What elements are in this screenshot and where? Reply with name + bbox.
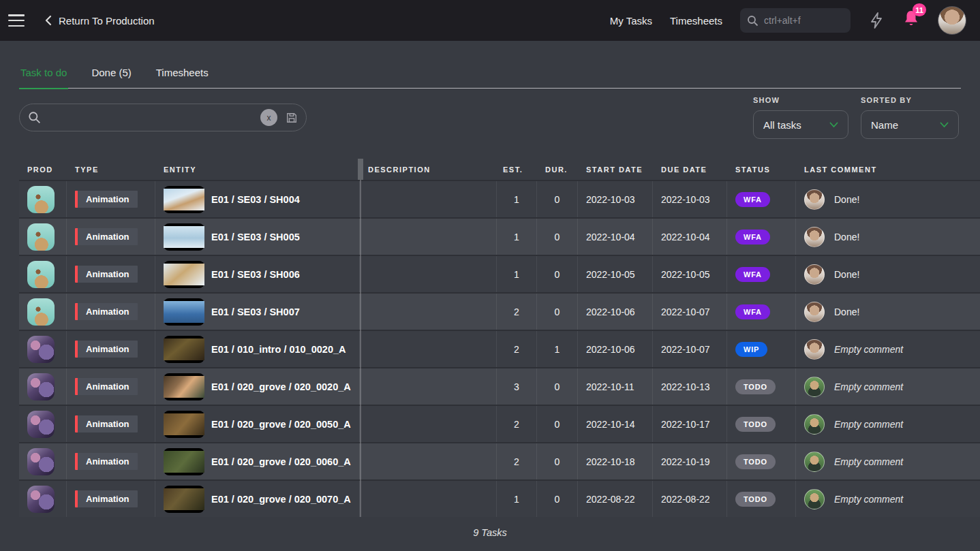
chevron-left-icon — [44, 15, 53, 26]
due-date-value: 2022-10-05 — [653, 256, 727, 292]
production-avatar — [27, 411, 55, 438]
estimation-value: 2 — [497, 294, 537, 330]
estimation-value: 1 — [497, 181, 537, 217]
table-row[interactable]: Animation E01 / SE03 / SH006 1 0 2022-10… — [19, 255, 980, 292]
entity-name[interactable]: E01 / SE03 / SH004 — [211, 194, 300, 205]
entity-thumbnail — [164, 336, 204, 363]
task-filter-search[interactable]: x — [19, 104, 307, 131]
task-type-badge: Animation — [75, 415, 138, 432]
commenter-avatar — [804, 489, 825, 509]
comment-text: Empty comment — [834, 419, 903, 430]
table-row[interactable]: Animation E01 / SE03 / SH004 1 0 2022-10… — [19, 180, 980, 217]
comment-text: Done! — [834, 306, 859, 317]
entity-thumbnail — [164, 186, 204, 213]
description-cell — [360, 443, 497, 479]
status-badge[interactable]: TODO — [735, 492, 776, 507]
col-header-prod: PROD — [19, 166, 67, 174]
production-avatar — [27, 223, 55, 251]
production-avatar — [27, 486, 55, 513]
table-row[interactable]: Animation E01 / 020_grove / 020_0070_A 1… — [19, 479, 980, 517]
tab-done[interactable]: Done (5) — [90, 60, 132, 88]
entity-name[interactable]: E01 / 020_grove / 020_0050_A — [211, 419, 351, 430]
table-row[interactable]: Animation E01 / SE03 / SH005 1 0 2022-10… — [19, 217, 980, 255]
task-filter-input[interactable] — [46, 112, 255, 123]
table-row[interactable]: Animation E01 / 020_grove / 020_0020_A 3… — [19, 367, 980, 405]
description-cell — [360, 256, 497, 292]
estimation-value: 2 — [497, 331, 537, 367]
description-cell — [360, 294, 497, 330]
entity-name[interactable]: E01 / 020_grove / 020_0070_A — [211, 494, 351, 505]
comment-text: Done! — [834, 269, 859, 280]
task-type-badge: Animation — [75, 490, 138, 507]
timesheets-link[interactable]: Timesheets — [670, 15, 722, 27]
task-type-badge: Animation — [75, 378, 138, 395]
table-row[interactable]: Animation E01 / SE03 / SH007 2 0 2022-10… — [19, 292, 980, 330]
commenter-avatar — [804, 414, 825, 435]
table-row[interactable]: Animation E01 / 020_grove / 020_0060_A 2… — [19, 442, 980, 479]
entity-name[interactable]: E01 / SE03 / SH006 — [211, 269, 300, 280]
save-search-button[interactable] — [286, 112, 298, 124]
status-badge[interactable]: WFA — [735, 192, 770, 207]
task-type-badge: Animation — [75, 191, 138, 208]
commenter-avatar — [804, 302, 825, 322]
status-badge[interactable]: WFA — [735, 304, 770, 319]
topbar: Return To Production My Tasks Timesheets… — [0, 0, 980, 41]
status-badge[interactable]: TODO — [735, 379, 776, 394]
status-badge[interactable]: TODO — [735, 417, 776, 432]
global-search[interactable] — [740, 8, 851, 33]
table-row[interactable]: Animation E01 / 020_grove / 020_0050_A 2… — [19, 405, 980, 442]
due-date-value: 2022-10-17 — [653, 406, 727, 442]
tab-task-to-do[interactable]: Task to do — [19, 60, 68, 88]
task-type-badge: Animation — [75, 228, 138, 245]
status-badge[interactable]: WFA — [735, 230, 770, 245]
global-search-input[interactable] — [764, 15, 844, 26]
duration-value: 0 — [537, 481, 578, 517]
commenter-avatar — [804, 227, 825, 247]
sorted-by-dropdown[interactable]: Name — [861, 110, 959, 139]
clear-search-button[interactable]: x — [260, 109, 277, 126]
notifications-button[interactable]: 11 — [902, 10, 920, 31]
production-avatar — [27, 373, 55, 400]
comment-text: Empty comment — [834, 456, 903, 467]
duration-value: 0 — [537, 443, 578, 479]
col-header-status: STATUS — [727, 166, 796, 174]
entity-name[interactable]: E01 / SE03 / SH007 — [211, 306, 300, 317]
entity-thumbnail — [164, 486, 204, 513]
entity-thumbnail — [164, 411, 204, 438]
comment-text: Empty comment — [834, 381, 903, 392]
entity-name[interactable]: E01 / 020_grove / 020_0020_A — [211, 381, 351, 392]
task-type-badge: Animation — [75, 341, 138, 358]
status-badge[interactable]: WIP — [735, 342, 767, 357]
duration-value: 0 — [537, 294, 578, 330]
entity-thumbnail — [164, 223, 204, 251]
due-date-value: 2022-10-19 — [653, 443, 727, 479]
tab-timesheets[interactable]: Timesheets — [155, 60, 210, 88]
start-date-value: 2022-10-06 — [578, 331, 653, 367]
tab-bar: Task to do Done (5) Timesheets — [19, 60, 961, 89]
user-avatar[interactable] — [938, 6, 966, 35]
show-value: All tasks — [763, 119, 801, 131]
entity-name[interactable]: E01 / SE03 / SH005 — [211, 232, 300, 242]
shortcuts-button[interactable] — [868, 12, 885, 29]
back-link[interactable]: Return To Production — [44, 15, 155, 27]
comment-text: Done! — [834, 232, 859, 242]
column-resize-divider[interactable] — [360, 180, 361, 517]
col-header-start-date: START DATE — [578, 166, 653, 174]
estimation-value: 1 — [497, 219, 537, 255]
menu-icon[interactable] — [8, 14, 25, 27]
search-icon — [747, 15, 759, 27]
description-cell — [360, 331, 497, 367]
search-icon — [28, 111, 41, 124]
save-icon — [286, 112, 298, 124]
description-cell — [360, 481, 497, 517]
my-tasks-link[interactable]: My Tasks — [610, 15, 652, 27]
col-header-type: TYPE — [67, 166, 155, 174]
lightning-icon — [868, 12, 885, 29]
start-date-value: 2022-10-11 — [578, 368, 653, 405]
status-badge[interactable]: WFA — [735, 267, 770, 282]
show-dropdown[interactable]: All tasks — [753, 110, 848, 139]
entity-name[interactable]: E01 / 020_grove / 020_0060_A — [211, 456, 351, 467]
status-badge[interactable]: TODO — [735, 454, 776, 469]
table-row[interactable]: Animation E01 / 010_intro / 010_0020_A 2… — [19, 330, 980, 367]
entity-name[interactable]: E01 / 010_intro / 010_0020_A — [211, 344, 346, 355]
